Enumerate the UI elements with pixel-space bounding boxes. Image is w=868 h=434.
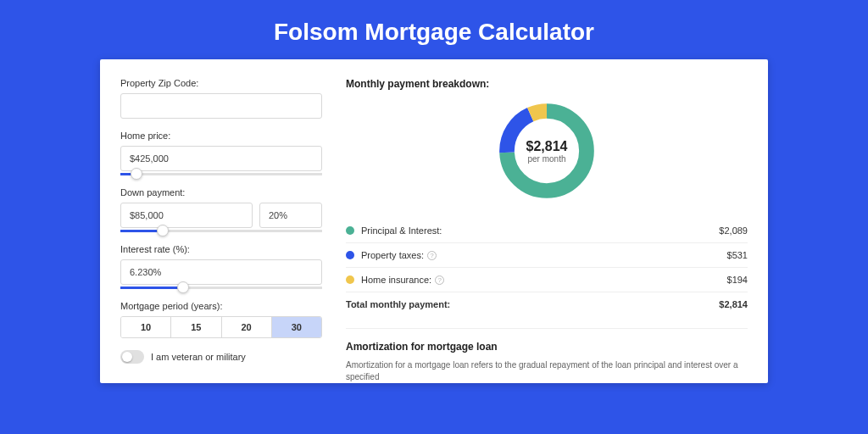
period-label: Mortgage period (years): [120,301,322,311]
legend-value: $194 [727,275,748,285]
breakdown-title: Monthly payment breakdown: [346,78,748,90]
calculator-card: Property Zip Code: Home price: Down paym… [100,59,768,383]
amortization-text: Amortization for a mortgage loan refers … [346,359,748,383]
legend-value: $2,089 [719,225,748,236]
veteran-toggle-knob [122,352,132,362]
period-option-30[interactable]: 30 [272,317,321,337]
donut-chart-wrap: $2,814 per month [346,98,748,203]
page-title: Folsom Mortgage Calculator [0,0,868,59]
veteran-toggle-row: I am veteran or military [120,350,322,364]
field-period: Mortgage period (years): 10152030 [120,301,322,338]
legend-total-value: $2,814 [719,299,748,309]
legend-total-row: Total monthly payment:$2,814 [346,292,748,316]
legend-label: Home insurance:? [361,275,727,285]
legend-row: Principal & Interest:$2,089 [346,219,748,243]
period-option-10[interactable]: 10 [121,317,171,337]
veteran-toggle[interactable] [120,350,144,364]
interest-rate-label: Interest rate (%): [120,244,322,254]
help-icon[interactable]: ? [427,251,437,260]
field-interest-rate: Interest rate (%): [120,244,322,289]
amortization-title: Amortization for mortgage loan [346,341,748,353]
period-options: 10152030 [120,316,322,338]
down-payment-pct-input[interactable] [259,203,322,228]
home-price-label: Home price: [120,131,322,141]
down-payment-slider-thumb[interactable] [157,225,169,236]
legend-swatch [346,275,354,284]
down-payment-label: Down payment: [120,187,322,198]
period-option-15[interactable]: 15 [171,317,221,337]
donut-sub: per month [527,154,565,164]
home-price-input[interactable] [120,146,322,171]
interest-rate-input[interactable] [120,259,322,285]
legend-value: $531 [727,250,748,260]
interest-rate-slider-thumb[interactable] [177,281,189,293]
legend-total-label: Total monthly payment: [346,299,719,309]
period-option-20[interactable]: 20 [222,317,272,337]
donut-chart: $2,814 per month [494,98,599,203]
zip-input[interactable] [120,93,322,119]
legend-label: Property taxes:? [361,250,727,260]
legend-label: Principal & Interest: [361,225,719,236]
donut-amount: $2,814 [526,139,568,154]
home-price-slider-thumb[interactable] [131,168,142,180]
home-price-slider[interactable] [120,173,322,175]
field-down-payment: Down payment: [120,187,322,232]
field-home-price: Home price: [120,131,322,175]
help-icon[interactable]: ? [435,275,444,285]
amortization-block: Amortization for mortgage loan Amortizat… [346,328,748,383]
breakdown-panel: Monthly payment breakdown: $2,814 per mo… [346,78,748,383]
down-payment-input[interactable] [120,203,253,228]
legend-swatch [346,226,354,235]
zip-label: Property Zip Code: [120,78,322,88]
form-panel: Property Zip Code: Home price: Down paym… [120,78,322,383]
veteran-toggle-label: I am veteran or military [151,352,246,362]
interest-rate-slider[interactable] [120,287,322,289]
legend-row: Property taxes:?$531 [346,243,748,268]
legend-swatch [346,251,354,259]
field-zip: Property Zip Code: [120,78,322,119]
legend-row: Home insurance:?$194 [346,268,748,292]
legend: Principal & Interest:$2,089Property taxe… [346,219,748,316]
down-payment-slider[interactable] [120,230,322,232]
